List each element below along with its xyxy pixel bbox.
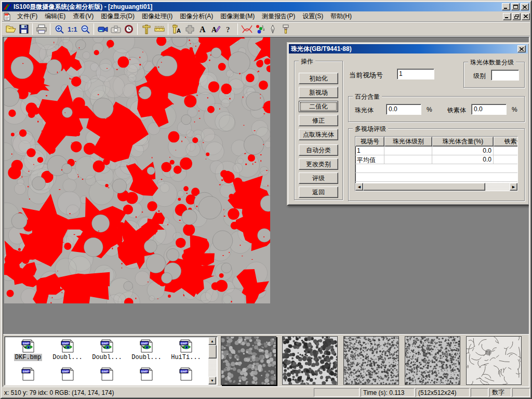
minimize-icon [504, 5, 508, 9]
file-item[interactable]: BMP Doubl... [87, 339, 127, 361]
caliper-measure-button[interactable] [140, 23, 153, 35]
text-annotation-button[interactable]: A [196, 23, 209, 35]
col-field-no[interactable]: 视场号 [355, 137, 384, 147]
menu-file[interactable]: 文件(F) [14, 11, 41, 22]
table-row[interactable]: 1 0.0 [355, 147, 517, 155]
zoom-in-button[interactable] [52, 23, 65, 35]
actual-size-button[interactable]: 1:1 [65, 23, 78, 35]
menu-bar: 文件(F) 编辑(E) 查看(V) 图像显示(D) 图像处理(I) 图像分析(A… [2, 11, 530, 22]
menu-measure-report[interactable]: 测量报告(P) [258, 11, 299, 22]
table-header-row: 视场号 珠光体级别 珠光体含量(%) 铁素体含量(%) [355, 137, 517, 147]
pearlite-percent-input[interactable]: 0.0 [386, 104, 421, 115]
scrollbar-thumb[interactable] [208, 345, 217, 358]
col-pearlite-content[interactable]: 珠光体含量(%) [432, 137, 494, 147]
timer-button[interactable] [122, 23, 135, 35]
grade-button[interactable]: 评级 [299, 172, 338, 184]
minimize-button[interactable] [502, 3, 510, 10]
scrollbar-track[interactable] [485, 183, 510, 191]
file-item[interactable]: BMP [166, 367, 206, 381]
bmp-file-icon: BMP [179, 367, 193, 381]
file-item[interactable]: BMP HuiTi... [166, 339, 206, 361]
metallographic-thumbnail-3[interactable] [343, 336, 399, 385]
mdi-close-button[interactable] [522, 13, 530, 20]
table-row-empty [355, 164, 517, 173]
open-file-button[interactable] [4, 23, 17, 35]
maximize-button[interactable] [511, 3, 520, 10]
bmp-file-icon: BMP [21, 339, 35, 353]
video-capture-button[interactable] [96, 23, 109, 35]
file-item[interactable]: BMP Doubl... [127, 339, 166, 361]
thumbnail-strip [221, 336, 522, 385]
col-ferrite-content[interactable]: 铁素体含量(%) [494, 137, 518, 147]
new-field-button[interactable]: 新视场 [299, 87, 338, 98]
pearlite-label: 珠光体 [355, 106, 374, 115]
current-field-input[interactable]: 1 [397, 69, 434, 79]
close-icon [524, 15, 528, 18]
scrollbar-track[interactable] [208, 358, 217, 377]
menu-edit[interactable]: 编辑(E) [41, 11, 69, 22]
table-row[interactable]: 平均值 0.0 [355, 155, 517, 164]
dialog-close-button[interactable] [517, 45, 526, 52]
zoom-out-button[interactable] [78, 23, 91, 35]
pen-tool-button[interactable] [266, 23, 279, 35]
init-button[interactable]: 初始化 [299, 73, 338, 84]
file-item[interactable]: BMP [87, 367, 127, 381]
file-item[interactable]: BMP [8, 367, 48, 381]
menu-help[interactable]: 帮助(H) [327, 11, 355, 22]
color-classify-dots-icon: 13 [255, 24, 264, 34]
mdi-minimize-button[interactable] [503, 13, 511, 20]
clock-icon [124, 24, 134, 34]
scroll-right-icon[interactable]: ▶ [510, 183, 517, 191]
help-button[interactable]: ? [222, 23, 235, 35]
scroll-left-icon[interactable]: ◀ [355, 183, 363, 191]
binarize-button[interactable]: 二值化 [299, 101, 338, 112]
col-pearlite-grade[interactable]: 珠光体级别 [384, 137, 432, 147]
brush-tool-button[interactable] [279, 23, 292, 35]
ruler-measure-button[interactable] [153, 23, 166, 35]
menu-settings[interactable]: 设置(S) [299, 11, 327, 22]
scroll-down-icon[interactable]: ▼ [208, 377, 216, 384]
ferrite-percent-input[interactable]: 0.0 [471, 104, 507, 115]
close-button[interactable] [521, 3, 529, 10]
save-button[interactable] [17, 23, 30, 35]
correct-button[interactable]: 修正 [299, 115, 338, 126]
menu-image-measure[interactable]: 图像测量(M) [217, 11, 258, 22]
toolbar-separator [50, 23, 50, 35]
file-list-scrollbar[interactable]: ▲ ▼ [208, 337, 217, 384]
svg-text:BMP: BMP [102, 370, 109, 373]
document-icon[interactable] [3, 12, 11, 21]
change-class-button[interactable]: 更改类别 [299, 158, 338, 170]
menu-image-display[interactable]: 图像显示(D) [97, 11, 138, 22]
file-item[interactable]: BMP [48, 367, 87, 381]
menu-view[interactable]: 查看(V) [69, 11, 97, 22]
file-item[interactable]: BMP Doubl... [48, 339, 87, 361]
return-button[interactable]: 返回 [299, 187, 338, 198]
print-button[interactable] [35, 23, 48, 35]
metallographic-thumbnail-1[interactable] [221, 336, 276, 385]
edit-annotation-button[interactable]: A [209, 23, 222, 35]
metallographic-thumbnail-4[interactable] [405, 336, 460, 385]
auto-classify-button[interactable]: 自动分类 [299, 144, 338, 156]
percent-group-label: 百分含量 [353, 92, 382, 101]
curve-tool-button[interactable] [240, 23, 253, 35]
metallographic-thumbnail-5[interactable] [466, 336, 522, 385]
mdi-restore-button[interactable] [512, 13, 521, 20]
measure-text-button[interactable]: A [170, 23, 183, 35]
scrollbar-thumb[interactable] [363, 183, 485, 191]
file-item[interactable]: BMP DKF.bmp [8, 339, 48, 361]
print-icon [36, 24, 47, 34]
table-horizontal-scrollbar[interactable]: ◀ ▶ [355, 183, 517, 191]
file-list: BMP DKF.bmp BMP [5, 337, 208, 384]
grade-level-input[interactable] [491, 70, 519, 81]
merge-button[interactable] [183, 23, 196, 35]
pick-pearlite-button[interactable]: 点取珠光体 [299, 129, 338, 140]
metallographic-thumbnail-2[interactable] [282, 336, 338, 385]
scroll-up-icon[interactable]: ▲ [208, 337, 216, 345]
file-item[interactable]: BMP [127, 367, 166, 381]
camera-capture-button[interactable] [109, 23, 122, 35]
metallographic-image[interactable] [4, 37, 270, 303]
bmp-file-icon: BMP [61, 367, 74, 381]
classify-dots-button[interactable]: 13 [253, 23, 266, 35]
menu-image-process[interactable]: 图像处理(I) [138, 11, 176, 22]
menu-image-analysis[interactable]: 图像分析(A) [176, 11, 217, 22]
